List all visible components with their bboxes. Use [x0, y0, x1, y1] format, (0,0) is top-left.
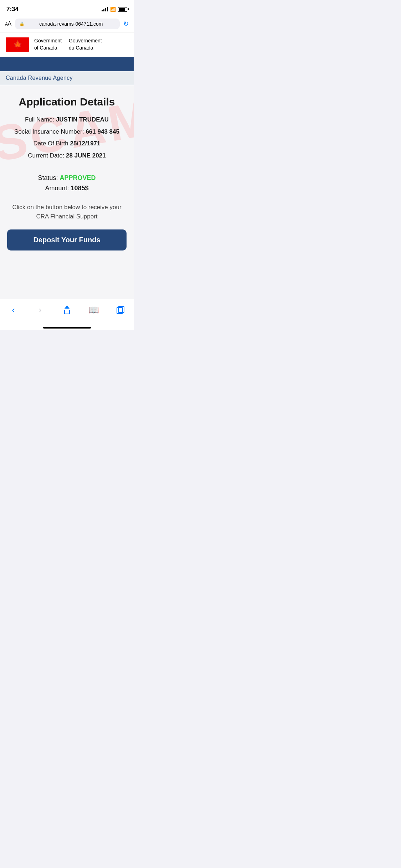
- home-bar: [43, 327, 91, 329]
- refresh-button[interactable]: ↻: [123, 20, 129, 28]
- sin-row: Social Insurance Number: 661 943 845: [7, 127, 127, 136]
- maple-leaf-icon: 🍁: [13, 41, 22, 48]
- status-time: 7:34: [6, 6, 19, 13]
- tabs-icon: [117, 306, 124, 314]
- forward-button: ›: [32, 302, 48, 318]
- status-bar: 7:34 📶: [0, 0, 134, 16]
- wifi-icon: 📶: [110, 7, 116, 12]
- status-label: Status:: [38, 174, 60, 181]
- main-content: SCAM Application Details Full Name: JUST…: [0, 85, 134, 299]
- current-date-value: 28 JUNE 2021: [66, 152, 106, 159]
- gov-french-text: Gouvernement du Canada: [69, 37, 102, 51]
- deposit-button[interactable]: Deposit Your Funds: [7, 229, 127, 250]
- page-content: 🍁 Government of Canada Gouvernement du C…: [0, 32, 134, 299]
- instruction-text: Click on the button below to receive you…: [7, 203, 127, 221]
- share-icon: [64, 305, 70, 314]
- text-size-button[interactable]: AA: [5, 21, 11, 27]
- status-icons: 📶: [102, 7, 127, 12]
- current-date-row: Current Date: 28 JUNE 2021: [7, 151, 127, 160]
- current-date-label: Current Date:: [28, 152, 66, 159]
- tabs-button[interactable]: [113, 302, 128, 318]
- address-bar[interactable]: 🔒 canada-revams-064711.com: [15, 19, 120, 29]
- details-section: Full Name: JUSTIN TRUDEAU Social Insuran…: [7, 115, 127, 160]
- amount-label: Amount:: [45, 185, 71, 192]
- url-bar: AA 🔒 canada-revams-064711.com ↻: [0, 16, 134, 32]
- full-name-row: Full Name: JUSTIN TRUDEAU: [7, 115, 127, 124]
- share-button[interactable]: [59, 302, 75, 318]
- amount-row: Amount: 1085$: [7, 185, 127, 192]
- sin-value: 661 943 845: [86, 128, 119, 135]
- cra-label-text: Canada Revenue Agency: [6, 75, 73, 81]
- full-name-label: Full Name:: [25, 116, 56, 123]
- sin-label: Social Insurance Number:: [14, 128, 86, 135]
- cra-label-bar: Canada Revenue Agency: [0, 71, 134, 85]
- dob-value: 25/12/1971: [70, 140, 100, 147]
- canada-flag: 🍁: [6, 37, 29, 52]
- gov-header: 🍁 Government of Canada Gouvernement du C…: [0, 32, 134, 57]
- blue-banner: [0, 57, 134, 71]
- signal-icon: [102, 7, 108, 11]
- gov-text: Government of Canada Gouvernement du Can…: [34, 37, 102, 51]
- battery-icon: [118, 7, 127, 12]
- status-section: Status: APPROVED Amount: 1085$: [7, 171, 127, 192]
- dob-row: Date Of Birth 25/12/1971: [7, 139, 127, 148]
- status-value: APPROVED: [60, 174, 96, 181]
- lock-icon: 🔒: [19, 21, 25, 26]
- amount-value: 1085$: [71, 185, 88, 192]
- bookmarks-button[interactable]: 📖: [86, 302, 102, 318]
- dob-label: Date Of Birth: [33, 140, 70, 147]
- status-row: Status: APPROVED: [7, 174, 127, 182]
- bottom-toolbar: ‹ › 📖: [0, 299, 134, 324]
- page-title: Application Details: [7, 96, 127, 108]
- full-name-value: JUSTIN TRUDEAU: [56, 116, 109, 123]
- url-text: canada-revams-064711.com: [27, 21, 115, 27]
- home-indicator: [0, 324, 134, 330]
- gov-english-text: Government of Canada: [34, 37, 62, 51]
- back-button[interactable]: ‹: [6, 302, 21, 318]
